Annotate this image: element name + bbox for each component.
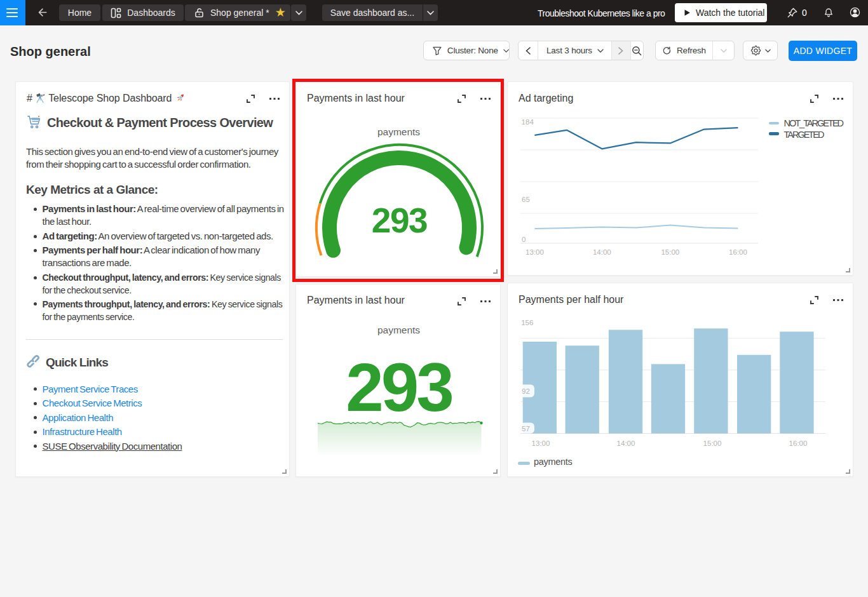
svg-text:92: 92 xyxy=(522,387,530,395)
svg-text:0: 0 xyxy=(522,236,526,243)
svg-text:14:00: 14:00 xyxy=(593,248,611,256)
svg-text:184: 184 xyxy=(522,118,534,126)
svg-text:57: 57 xyxy=(522,425,530,433)
svg-text:293: 293 xyxy=(372,201,427,240)
svg-text:293: 293 xyxy=(346,349,452,426)
svg-text:14:00: 14:00 xyxy=(617,439,635,447)
svg-text:13:00: 13:00 xyxy=(532,439,550,447)
svg-text:65: 65 xyxy=(522,196,530,203)
svg-text:156: 156 xyxy=(521,319,533,326)
svg-text:13:00: 13:00 xyxy=(526,248,544,256)
svg-text:16:00: 16:00 xyxy=(729,248,747,256)
svg-text:15:00: 15:00 xyxy=(661,248,679,256)
svg-text:16:00: 16:00 xyxy=(789,439,808,447)
svg-text:15:00: 15:00 xyxy=(703,439,722,447)
